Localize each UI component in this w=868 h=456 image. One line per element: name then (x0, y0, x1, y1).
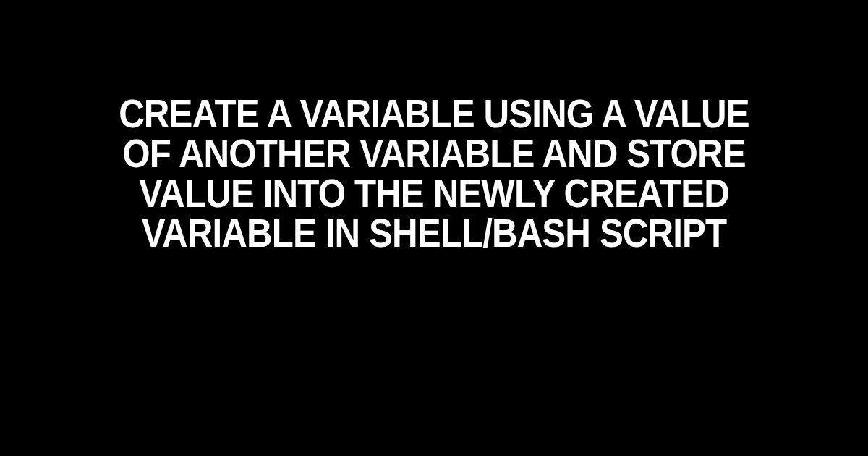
page-title: Create a Variable Using a Value of Anoth… (52, 94, 816, 253)
